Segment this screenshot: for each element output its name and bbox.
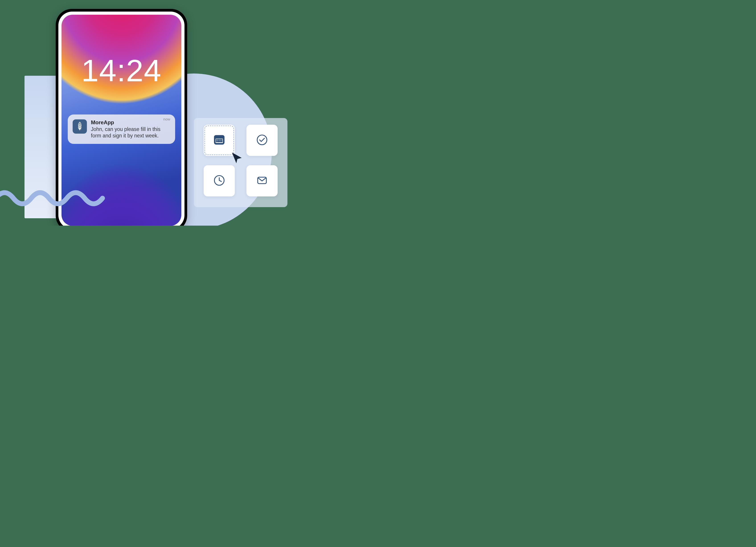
- svg-point-6: [221, 140, 222, 140]
- check-circle-icon: [256, 133, 268, 147]
- leaf-icon: [76, 121, 84, 132]
- calendar-icon: [213, 133, 226, 147]
- tile-clock[interactable]: [204, 165, 235, 197]
- svg-point-5: [220, 140, 221, 140]
- cursor-icon: [230, 152, 238, 159]
- svg-point-9: [220, 141, 221, 142]
- tile-mail[interactable]: [246, 165, 278, 197]
- svg-point-10: [221, 141, 222, 142]
- lockscreen-clock: 14:24: [61, 53, 181, 89]
- notification-message: John, can you please fill in this form a…: [91, 126, 170, 139]
- tile-check[interactable]: [246, 125, 278, 156]
- decorative-squiggle: [0, 185, 111, 212]
- svg-point-7: [216, 141, 217, 142]
- svg-point-4: [218, 140, 219, 140]
- notification-body: MoreApp John, can you please fill in thi…: [91, 119, 170, 139]
- clock-icon: [213, 174, 226, 188]
- svg-point-8: [218, 141, 219, 142]
- tile-calendar[interactable]: [204, 125, 235, 156]
- notification-timestamp: now: [163, 117, 170, 122]
- mail-icon: [256, 174, 268, 188]
- svg-point-11: [257, 135, 267, 145]
- svg-point-3: [216, 140, 217, 140]
- notification-app-name: MoreApp: [91, 119, 170, 126]
- illustration-stage: 14:24: [0, 0, 312, 226]
- notification-app-icon: [73, 119, 87, 134]
- push-notification[interactable]: MoreApp John, can you please fill in thi…: [68, 115, 175, 144]
- icon-picker-panel: [194, 118, 287, 207]
